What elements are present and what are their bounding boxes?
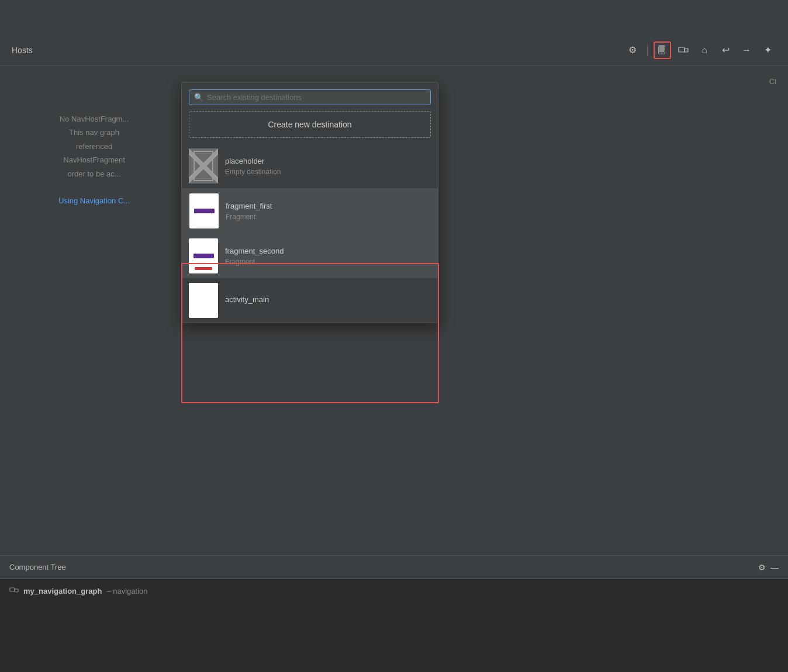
- placeholder-thumb-icon: [189, 148, 218, 183]
- item-thumbnail-fragment-first: [189, 193, 219, 228]
- component-tree-settings-icon[interactable]: ⚙: [758, 563, 766, 572]
- bottom-panel: Component Tree ⚙ — my_navigation_graph –…: [0, 555, 788, 672]
- bottom-toolbar: Component Tree ⚙ —: [0, 556, 788, 579]
- list-item[interactable]: placeholder Empty destination: [182, 144, 438, 188]
- svg-rect-8: [15, 589, 18, 592]
- nav-host-line-5: order to be ac...: [58, 167, 130, 181]
- component-tree-minus-icon[interactable]: —: [770, 563, 779, 572]
- dest-type-fragment-second: Fragment: [225, 258, 284, 266]
- component-tree-title: Component Tree: [9, 563, 754, 571]
- dest-name-fragment-second: fragment_second: [225, 247, 284, 255]
- dest-type-placeholder: Empty destination: [225, 168, 281, 176]
- svg-point-3: [661, 53, 662, 54]
- search-icon: 🔍: [194, 93, 203, 102]
- nav-link[interactable]: Using Navigation C...: [58, 196, 130, 205]
- svg-rect-7: [10, 588, 15, 591]
- search-input-wrapper: 🔍: [189, 89, 431, 105]
- toolbar-icons: ⚙ + ⌂ ↩ → ✦: [624, 41, 776, 59]
- dest-name-placeholder: placeholder: [225, 157, 281, 165]
- sparkle-button[interactable]: ✦: [759, 41, 776, 59]
- fragment-second-thumb: [189, 238, 218, 273]
- nav-graph-suffix: – navigation: [106, 587, 147, 595]
- link-button[interactable]: ↩: [717, 41, 734, 59]
- nav-host-line-1: No NavHostFragm...: [58, 112, 130, 126]
- home-button[interactable]: ⌂: [696, 41, 713, 59]
- activity-main-thumb: [189, 283, 218, 318]
- nav-graph-name: my_navigation_graph: [23, 587, 102, 595]
- nav-graph-svg-icon: [9, 586, 19, 595]
- toolbar: Hosts ⚙ + ⌂ ↩ → ✦: [0, 35, 788, 65]
- search-container: 🔍: [182, 82, 438, 111]
- arrow-button[interactable]: →: [738, 41, 755, 59]
- nav-graph-icon: [9, 586, 19, 595]
- search-input[interactable]: [207, 93, 426, 102]
- dest-info-placeholder: placeholder Empty destination: [225, 157, 281, 176]
- bottom-content: my_navigation_graph – navigation: [0, 579, 788, 602]
- nav-graph-item: my_navigation_graph – navigation: [9, 586, 779, 595]
- item-thumbnail-activity-main: [189, 283, 218, 318]
- devices-icon-svg: [678, 45, 689, 56]
- list-item[interactable]: fragment_first Fragment: [182, 188, 438, 234]
- settings-button[interactable]: ⚙: [624, 41, 641, 59]
- svg-rect-6: [685, 49, 688, 52]
- purple-bar-icon: [194, 209, 215, 213]
- nav-host-line-4: NavHostFragment: [58, 153, 130, 167]
- nav-host-message: No NavHostFragm... This nav graph refere…: [58, 112, 130, 208]
- new-dest-icon-svg: +: [657, 45, 668, 56]
- destination-list: placeholder Empty destination fragment_f…: [182, 144, 438, 323]
- purple-bar-2-icon: [193, 254, 214, 258]
- red-bar-icon: [195, 267, 212, 270]
- dest-info-activity-main: activity_main: [225, 295, 269, 306]
- devices-button[interactable]: [675, 41, 692, 59]
- nav-host-line-3: referenced: [58, 140, 130, 153]
- fragment-first-thumb: [189, 193, 219, 228]
- dest-name-activity-main: activity_main: [225, 295, 269, 304]
- dropdown-popup: 🔍 Create new destination placeholder Emp…: [181, 82, 438, 323]
- nav-host-line-2: This nav graph: [58, 126, 130, 139]
- svg-rect-5: [679, 47, 685, 52]
- list-item[interactable]: fragment_second Fragment: [182, 234, 438, 278]
- svg-text:+: +: [663, 47, 665, 51]
- cl-label: Cl: [769, 77, 776, 86]
- item-thumbnail-placeholder: [189, 148, 218, 183]
- dest-type-fragment-first: Fragment: [226, 213, 272, 221]
- create-new-destination-button[interactable]: Create new destination: [189, 111, 431, 138]
- dest-name-fragment-first: fragment_first: [226, 202, 272, 210]
- dest-info-fragment-second: fragment_second Fragment: [225, 247, 284, 266]
- list-item[interactable]: activity_main: [182, 278, 438, 323]
- toolbar-separator-1: [647, 44, 648, 56]
- dest-info-fragment-first: fragment_first Fragment: [226, 202, 272, 221]
- item-thumbnail-fragment-second: [189, 238, 218, 273]
- new-destination-button[interactable]: +: [654, 41, 671, 59]
- toolbar-title: Hosts: [12, 46, 624, 55]
